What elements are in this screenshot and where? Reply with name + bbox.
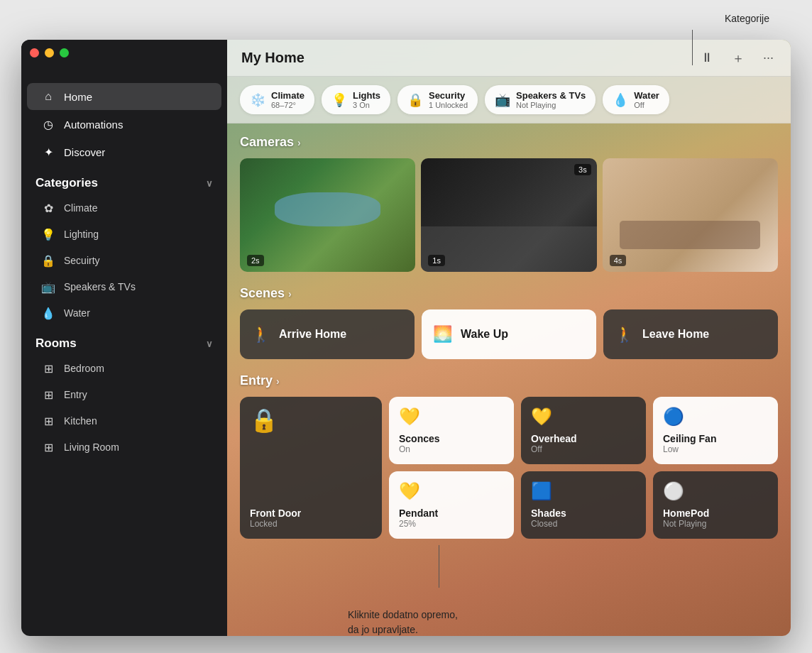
pendant-icon: 💛 bbox=[399, 481, 504, 501]
homepod-status: Not Playing bbox=[663, 519, 768, 529]
add-button[interactable]: ＋ bbox=[729, 47, 747, 70]
entry-grid: 🔒 Front Door Locked 💛 Sconces On bbox=[240, 397, 778, 539]
security-chip-text: Security 1 Unlocked bbox=[429, 90, 468, 109]
sidebar-item-lighting-label: Lighting bbox=[64, 229, 99, 240]
annotation-bottom-line1: Kliknite dodatno opremo, bbox=[348, 609, 458, 620]
close-button[interactable] bbox=[30, 48, 39, 57]
entry-section-title[interactable]: Entry › bbox=[240, 373, 778, 388]
entry-title-text: Entry bbox=[240, 373, 273, 388]
cameras-section-title[interactable]: Cameras › bbox=[240, 135, 778, 150]
sidebar-item-living-room-label: Living Room bbox=[64, 441, 119, 453]
climate-icon: ✿ bbox=[41, 201, 55, 215]
topbar-actions: ⏸ ＋ ··· bbox=[698, 47, 777, 70]
scenes-title-text: Scenes bbox=[240, 286, 285, 301]
scene-arrive-home[interactable]: 🚶 Arrive Home bbox=[240, 309, 415, 359]
front-door-status: Locked bbox=[250, 519, 372, 529]
scene-leave-home[interactable]: 🚶 Leave Home bbox=[603, 309, 778, 359]
overhead-name: Overhead bbox=[531, 433, 636, 444]
speakers-chip[interactable]: 📺 Speakers & TVs Not Playing bbox=[485, 85, 596, 114]
front-door-name: Front Door bbox=[250, 507, 372, 519]
sidebar-item-security-label: Secuirty bbox=[64, 255, 100, 266]
page-title: My Home bbox=[241, 50, 304, 66]
overhead-info: Overhead Off bbox=[531, 433, 636, 454]
living-room-icon: ⊞ bbox=[41, 440, 55, 454]
categories-header-label: Categories bbox=[35, 176, 98, 190]
scenes-section-title[interactable]: Scenes › bbox=[240, 286, 778, 301]
annotation-bottom: Kliknite dodatno opremo, da jo upravljat… bbox=[348, 608, 458, 637]
device-sconces[interactable]: 💛 Sconces On bbox=[389, 397, 514, 464]
sidebar-item-discover-label: Discover bbox=[64, 146, 105, 158]
water-chip[interactable]: 💧 Water Off bbox=[603, 85, 669, 114]
camera-bg-2 bbox=[421, 158, 596, 272]
sidebar-item-living-room[interactable]: ⊞ Living Room bbox=[27, 434, 221, 460]
lights-chip-icon: 💡 bbox=[331, 92, 347, 108]
sidebar-item-security[interactable]: 🔒 Secuirty bbox=[27, 248, 221, 273]
minimize-button[interactable] bbox=[45, 48, 54, 57]
front-door-icon: 🔒 bbox=[250, 407, 372, 434]
annotation-bottom-line bbox=[439, 545, 439, 588]
lighting-icon: 💡 bbox=[41, 227, 55, 241]
rooms-header-label: Rooms bbox=[35, 336, 77, 351]
sidebar-item-bedroom[interactable]: ⊞ Bedroom bbox=[27, 356, 221, 381]
arrive-home-icon: 🚶 bbox=[251, 325, 270, 344]
sidebar-item-speakers[interactable]: 📺 Speakers & TVs bbox=[27, 274, 221, 300]
sconces-icon: 💛 bbox=[399, 407, 504, 427]
water-icon: 💧 bbox=[41, 306, 55, 320]
device-homepod[interactable]: ⚪ HomePod Not Playing bbox=[653, 471, 778, 539]
sidebar-top-spacer bbox=[21, 40, 227, 75]
waveform-button[interactable]: ⏸ bbox=[698, 48, 716, 68]
device-pendant[interactable]: 💛 Pendant 25% bbox=[389, 471, 514, 539]
categories-chevron: ∨ bbox=[206, 178, 213, 189]
device-overhead[interactable]: 💛 Overhead Off bbox=[521, 397, 646, 464]
water-chip-title: Water bbox=[634, 90, 659, 101]
homepod-icon: ⚪ bbox=[663, 481, 768, 501]
wake-up-label: Wake Up bbox=[461, 328, 508, 341]
sidebar-item-home[interactable]: ⌂ Home bbox=[27, 83, 221, 110]
scene-wake-up[interactable]: 🌅 Wake Up bbox=[422, 309, 596, 359]
sidebar: ⌂ Home ◷ Automations ✦ Discover Categori… bbox=[21, 40, 227, 636]
entry-arrow: › bbox=[276, 375, 280, 387]
speakers-icon: 📺 bbox=[41, 280, 55, 294]
lights-chip-text: Lights 3 On bbox=[353, 90, 380, 109]
traffic-lights bbox=[30, 48, 69, 57]
climate-chip[interactable]: ❄️ Climate 68–72° bbox=[240, 85, 314, 114]
rooms-header[interactable]: Rooms ∨ bbox=[21, 326, 227, 355]
sidebar-item-entry[interactable]: ⊞ Entry bbox=[27, 382, 221, 407]
sidebar-item-climate[interactable]: ✿ Climate bbox=[27, 195, 221, 221]
sidebar-item-entry-label: Entry bbox=[64, 389, 87, 400]
device-shades[interactable]: 🟦 Shades Closed bbox=[521, 471, 646, 539]
more-button[interactable]: ··· bbox=[760, 48, 777, 68]
camera-card-1[interactable]: 2s bbox=[240, 158, 415, 272]
lights-chip[interactable]: 💡 Lights 3 On bbox=[322, 85, 390, 114]
annotation-bottom-line2: da jo upravljate. bbox=[348, 624, 418, 635]
ceiling-fan-info: Ceiling Fan Low bbox=[663, 433, 768, 454]
ceiling-fan-name: Ceiling Fan bbox=[663, 433, 768, 444]
sidebar-item-kitchen[interactable]: ⊞ Kitchen bbox=[27, 408, 221, 434]
camera-3-timestamp: 4s bbox=[610, 255, 627, 266]
camera-card-2[interactable]: 3s 1s bbox=[421, 158, 596, 272]
categories-header[interactable]: Categories ∨ bbox=[21, 166, 227, 194]
device-ceiling-fan[interactable]: 🔵 Ceiling Fan Low bbox=[653, 397, 778, 464]
water-chip-text: Water Off bbox=[634, 90, 659, 109]
pendant-name: Pendant bbox=[399, 507, 504, 519]
cameras-arrow: › bbox=[297, 137, 301, 148]
device-front-door[interactable]: 🔒 Front Door Locked bbox=[240, 397, 382, 539]
ceiling-fan-status: Low bbox=[663, 444, 768, 454]
sidebar-item-water[interactable]: 💧 Water bbox=[27, 300, 221, 326]
sidebar-item-automations[interactable]: ◷ Automations bbox=[27, 111, 221, 138]
entry-icon: ⊞ bbox=[41, 388, 55, 402]
climate-chip-subtitle: 68–72° bbox=[271, 101, 304, 109]
sconces-status: On bbox=[399, 444, 504, 454]
fullscreen-button[interactable] bbox=[60, 48, 69, 57]
main-content: My Home ⏸ ＋ ··· ❄️ Climate 68–72° 💡 Ligh… bbox=[227, 40, 791, 636]
app-window: ⌂ Home ◷ Automations ✦ Discover Categori… bbox=[21, 40, 791, 636]
security-chip[interactable]: 🔒 Security 1 Unlocked bbox=[397, 85, 478, 114]
security-icon: 🔒 bbox=[41, 253, 55, 268]
homepod-name: HomePod bbox=[663, 507, 768, 519]
pendant-info: Pendant 25% bbox=[399, 507, 504, 529]
sidebar-item-kitchen-label: Kitchen bbox=[64, 415, 97, 427]
sidebar-item-discover[interactable]: ✦ Discover bbox=[27, 138, 221, 165]
annotation-top-line bbox=[692, 30, 693, 65]
camera-card-3[interactable]: 4s bbox=[603, 158, 778, 272]
sidebar-item-lighting[interactable]: 💡 Lighting bbox=[27, 221, 221, 247]
